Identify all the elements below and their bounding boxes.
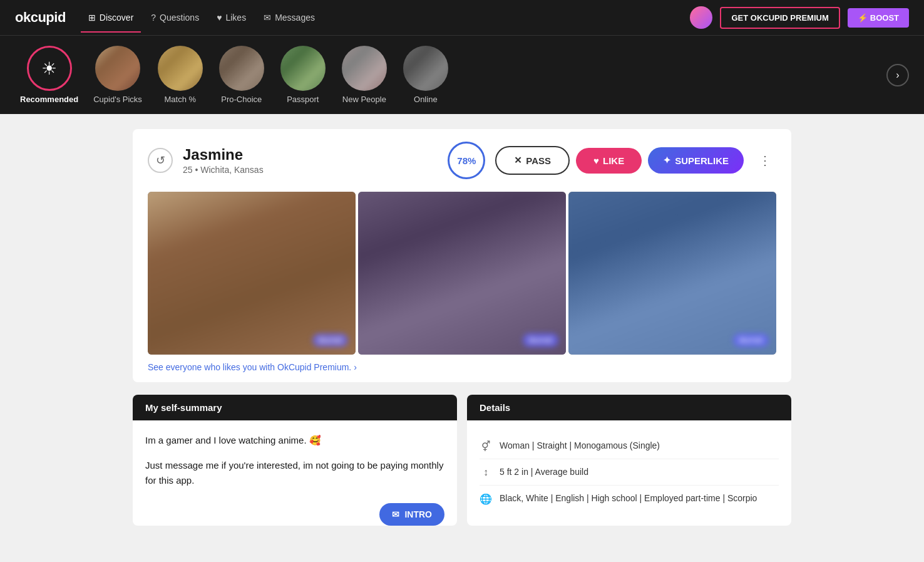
self-summary-header: My self-summary (133, 395, 457, 420)
profile-header: ↺ Jasmine 25 • Wichita, Kansas 78% ✕ PAS… (133, 129, 791, 192)
height-icon: ↕ (480, 467, 492, 478)
detail-gender: ⚥ Woman | Straight | Monogamous (Single) (480, 433, 779, 459)
recommended-icon-wrap: ☀ (27, 46, 72, 91)
main-content: ↺ Jasmine 25 • Wichita, Kansas 78% ✕ PAS… (118, 129, 806, 526)
detail-ethnicity: 🌐 Black, White | English | High school |… (480, 486, 779, 511)
photo-gallery: blurred blurred blurred (133, 192, 791, 355)
action-buttons: ✕ PASS ♥ LIKE ✦ SUPERLIKE (495, 146, 744, 175)
recommended-icon: ☀ (41, 58, 57, 79)
gender-icon: ⚥ (480, 440, 492, 452)
pass-button[interactable]: ✕ PASS (495, 146, 570, 175)
app-logo: okcupid (15, 9, 66, 26)
self-summary-card: My self-summary Im a gamer and I love wa… (133, 395, 457, 526)
main-header: okcupid ⊞ Discover ? Questions ♥ Likes ✉… (0, 0, 924, 35)
details-header: Details (467, 395, 791, 420)
photo-tag-2: blurred (523, 333, 558, 347)
details-card: Details ⚥ Woman | Straight | Monogamous … (467, 395, 791, 526)
discover-icon: ⊞ (88, 13, 96, 23)
details-list: ⚥ Woman | Straight | Monogamous (Single)… (480, 433, 779, 511)
user-avatar[interactable] (690, 6, 712, 29)
profile-photo-2[interactable]: blurred (358, 192, 566, 355)
superlike-button[interactable]: ✦ SUPERLIKE (648, 147, 744, 174)
detail-height: ↕ 5 ft 2 in | Average build (480, 459, 779, 486)
boost-button[interactable]: ⚡ BOOST (848, 8, 909, 28)
cupids-picks-icon-wrap (95, 46, 140, 91)
category-pro-choice-label: Pro-Choice (221, 95, 262, 104)
messages-icon: ✉ (264, 13, 271, 23)
chevron-right-icon: › (354, 362, 357, 372)
undo-button[interactable]: ↺ (148, 148, 173, 173)
pro-choice-icon-wrap (219, 46, 264, 91)
category-cupids-picks[interactable]: Cupid's Picks (88, 43, 147, 107)
match-percentage: 78% (448, 142, 485, 179)
category-match[interactable]: Match % (152, 43, 208, 107)
category-new-people[interactable]: New People (336, 43, 393, 107)
intro-button[interactable]: ✉ INTRO (379, 503, 444, 526)
category-recommended-label: Recommended (20, 95, 78, 104)
self-summary-body: Im a gamer and I love watching anime. 🥰 … (133, 420, 457, 511)
passport-icon-wrap (280, 46, 326, 91)
profile-name: Jasmine (183, 146, 438, 164)
globe-icon: 🌐 (480, 493, 492, 505)
category-online-label: Online (414, 95, 438, 104)
message-icon: ✉ (392, 509, 399, 519)
more-options-button[interactable]: ⋮ (754, 148, 776, 173)
nav-messages[interactable]: ✉ Messages (256, 8, 322, 28)
category-bar: ☀ Recommended Cupid's Picks Match % Pro-… (0, 35, 924, 114)
header-right: GET OKCUPID PREMIUM ⚡ BOOST (690, 6, 909, 29)
match-icon-wrap (158, 46, 203, 91)
premium-link[interactable]: See everyone who likes you with OkCupid … (133, 355, 791, 382)
main-nav: ⊞ Discover ? Questions ♥ Likes ✉ Message… (81, 8, 675, 28)
questions-icon: ? (151, 13, 156, 23)
nav-questions[interactable]: ? Questions (143, 8, 207, 28)
category-pro-choice[interactable]: Pro-Choice (213, 43, 270, 107)
like-button[interactable]: ♥ LIKE (576, 148, 642, 174)
category-recommended[interactable]: ☀ Recommended (15, 43, 83, 107)
details-body: ⚥ Woman | Straight | Monogamous (Single)… (467, 420, 791, 524)
nav-discover[interactable]: ⊞ Discover (81, 8, 141, 28)
pass-icon: ✕ (514, 155, 522, 166)
premium-button[interactable]: GET OKCUPID PREMIUM (720, 7, 839, 29)
nav-likes[interactable]: ♥ Likes (209, 8, 254, 28)
profile-card: ↺ Jasmine 25 • Wichita, Kansas 78% ✕ PAS… (133, 129, 791, 382)
category-passport[interactable]: Passport (275, 43, 331, 107)
category-online[interactable]: Online (398, 43, 454, 107)
like-heart-icon: ♥ (593, 155, 599, 166)
category-match-label: Match % (165, 95, 197, 104)
profile-photo-3[interactable]: blurred (568, 192, 776, 355)
summary-text: Im a gamer and I love watching anime. 🥰 … (145, 433, 444, 488)
category-new-people-label: New People (342, 95, 386, 104)
boost-icon: ⚡ (858, 13, 868, 23)
photo-tag-1: blurred (312, 333, 348, 347)
superlike-icon: ✦ (663, 155, 671, 166)
new-people-icon-wrap (342, 46, 387, 91)
profile-name-section: Jasmine 25 • Wichita, Kansas (183, 146, 438, 175)
category-passport-label: Passport (287, 95, 319, 104)
profile-photo-1[interactable]: blurred (148, 192, 356, 355)
photo-tag-3: blurred (733, 333, 769, 347)
category-cupids-picks-label: Cupid's Picks (93, 95, 142, 104)
profile-location: 25 • Wichita, Kansas (183, 165, 438, 175)
online-icon-wrap (403, 46, 448, 91)
category-next-button[interactable]: › (886, 64, 909, 86)
info-sections: My self-summary Im a gamer and I love wa… (133, 395, 791, 526)
likes-icon: ♥ (217, 13, 222, 23)
